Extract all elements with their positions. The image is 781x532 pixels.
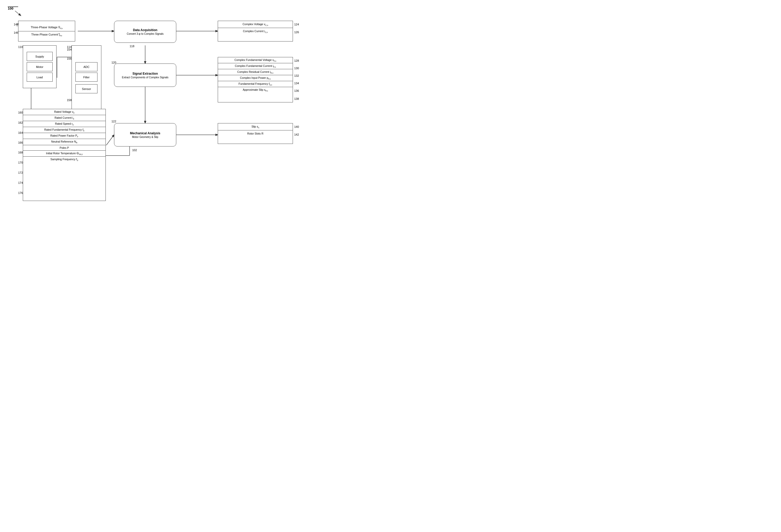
param-pf: Rated Power Factor PF xyxy=(23,133,106,139)
load-box: Load xyxy=(27,73,53,82)
output-bot-box: Slip sn Rotor Slots R xyxy=(218,123,293,144)
data-acq-subtitle: Convert 3-φ to Complex Signals xyxy=(127,32,164,35)
mech-subtitle: Motor Geometry & Slip xyxy=(132,135,158,138)
param-fs: Sampling Frequency fS xyxy=(23,157,106,162)
crc-label: Complex Residual Current iR,n xyxy=(218,69,293,75)
label-120: 120 xyxy=(112,61,116,64)
label-158: 158 xyxy=(67,98,72,101)
voltage-label: Three-Phase Voltage v̅P,n xyxy=(18,24,75,31)
label-128: 128 xyxy=(294,59,299,62)
label-176: 176 xyxy=(18,191,23,195)
label-118: 118 xyxy=(130,45,134,48)
filter-box: Filter xyxy=(75,73,97,82)
label-154: 154 xyxy=(67,48,72,51)
complex-current-label: Complex Current iC,n xyxy=(218,28,293,35)
param-r0: Rated Speed r0 xyxy=(23,121,106,127)
label-156: 156 xyxy=(67,57,72,60)
bracket-144 xyxy=(16,23,19,25)
label-174: 174 xyxy=(18,181,23,184)
ff-label: Fundamental Frequency f0,n xyxy=(218,81,293,87)
label-126: 126 xyxy=(294,31,299,34)
current-label: Three-Phase Current i̅P,n xyxy=(18,31,75,38)
signal-ext-subtitle: Extract Components of Complex Signals xyxy=(122,76,168,79)
label-102: 102 xyxy=(132,149,137,152)
cfv-label: Complex Fundamental Voltage vF,n xyxy=(218,57,293,63)
input-signals-box: Three-Phase Voltage v̅P,n Three-Phase Cu… xyxy=(18,21,75,41)
signal-ext-title: Signal Extraction xyxy=(132,72,158,75)
diagram: 100 xyxy=(5,5,306,207)
label-142: 142 xyxy=(294,133,299,136)
supply-box: Supply xyxy=(27,52,53,61)
svg-line-0 xyxy=(15,11,21,15)
system-group-box: Supply Motor Load xyxy=(23,45,56,88)
param-f0: Rated Fundamental Frequency f0 xyxy=(23,127,106,133)
label-160: 160 xyxy=(18,111,23,114)
param-nr: Neutral Reference NR xyxy=(23,139,106,145)
params-box: Rated Voltage v0 Rated Current i0 Rated … xyxy=(23,109,106,201)
mech-analysis-box: Mechanical Analysis Motor Geometry & Sli… xyxy=(114,123,176,147)
signal-extraction-box: Signal Extraction Extract Components of … xyxy=(114,64,176,87)
param-v0: Rated Voltage v0 xyxy=(23,109,106,115)
label-164: 164 xyxy=(18,131,23,134)
param-p: Poles P xyxy=(23,145,106,151)
adc-group-box: ADC Filter Sensor xyxy=(72,45,101,110)
motor-box: Motor xyxy=(27,62,53,71)
label-110: 110 xyxy=(18,45,23,48)
adc-box: ADC xyxy=(75,62,97,71)
svg-line-8 xyxy=(106,135,114,145)
rotor-label: Rotor Slots R xyxy=(218,130,293,137)
data-acquisition-box: Data Acquisition Convert 3-φ to Complex … xyxy=(114,21,176,43)
label-122: 122 xyxy=(112,120,116,123)
as-label: Approximate Slip sP,n xyxy=(218,87,293,93)
label-134: 134 xyxy=(294,82,299,85)
label-162: 162 xyxy=(18,121,23,124)
slip-label: Slip sn xyxy=(218,123,293,130)
sensor-box: Sensor xyxy=(75,84,97,93)
cfc-label: Complex Fundamental Current iF,n xyxy=(218,63,293,69)
label-138: 138 xyxy=(294,97,299,100)
label-140: 140 xyxy=(294,125,299,128)
label-170: 170 xyxy=(18,161,23,164)
data-acq-title: Data Acquisition xyxy=(133,28,157,32)
mech-title: Mechanical Analysis xyxy=(130,131,160,135)
param-theta: Initial Rotor Temperature ΘTR,0 xyxy=(23,151,106,157)
label-168: 168 xyxy=(18,151,23,154)
param-i0: Rated Current i0 xyxy=(23,115,106,121)
label-172: 172 xyxy=(18,171,23,174)
label-166: 166 xyxy=(18,141,23,144)
cip-label: Complex Input Power pF,n xyxy=(218,75,293,81)
main-label: 100 xyxy=(8,6,13,10)
label-136: 136 xyxy=(294,89,299,92)
label-130: 130 xyxy=(294,67,299,70)
output-top-box: Complex Voltage vC,n Complex Current iC,… xyxy=(218,21,293,41)
label-146: 146 xyxy=(14,31,18,34)
output-mid-box: Complex Fundamental Voltage vF,n Complex… xyxy=(218,57,293,103)
complex-voltage-label: Complex Voltage vC,n xyxy=(218,21,293,28)
label-132: 132 xyxy=(294,74,299,77)
label-124: 124 xyxy=(294,23,299,26)
